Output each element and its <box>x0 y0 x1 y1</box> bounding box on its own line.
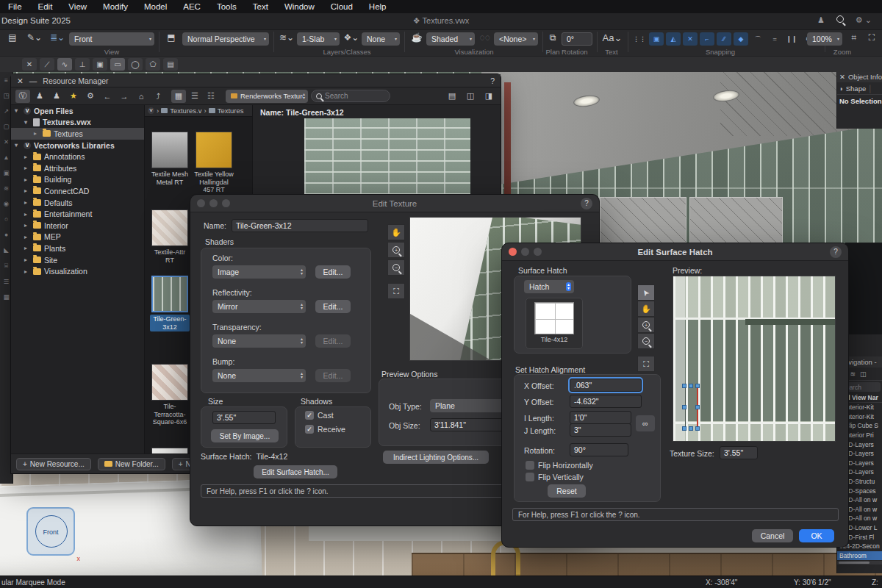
user-files-icon[interactable]: ♟ <box>49 90 64 103</box>
shader-edit-button[interactable]: Edit... <box>315 265 351 279</box>
horizontal-scrollbar[interactable] <box>837 561 882 564</box>
search-input[interactable]: Search <box>311 90 390 102</box>
alignment-handle[interactable] <box>689 384 693 388</box>
object-info-header[interactable]: ✕ Object Info - <box>837 71 882 82</box>
tool-icon[interactable]: ● <box>4 231 8 238</box>
edit-surface-hatch-title-bar[interactable]: Edit Surface Hatch ? <box>502 243 848 261</box>
reset-button[interactable]: Reset <box>548 484 586 498</box>
split-pane-icon[interactable]: ◫ <box>463 90 478 103</box>
help-icon[interactable]: ? <box>490 76 495 85</box>
list-view-icon[interactable]: ☰ <box>187 90 202 103</box>
fit-preview-icon[interactable]: ⛶ <box>637 356 655 372</box>
texture-size-field[interactable]: 3'.55" <box>212 411 276 424</box>
menu-item[interactable]: Text <box>245 2 276 11</box>
menu-item[interactable]: Help <box>361 2 395 11</box>
back-icon[interactable]: ← <box>100 90 115 103</box>
new-resource-button[interactable]: +New Resource... <box>16 458 91 470</box>
snap-to-angle-icon[interactable]: ◭ <box>666 32 681 46</box>
menu-item[interactable]: Window <box>276 2 323 11</box>
alignment-handle[interactable] <box>695 426 700 431</box>
flip-vertical-checkbox[interactable] <box>526 473 534 481</box>
alignment-handle[interactable] <box>682 384 686 388</box>
favorites-icon[interactable]: ★ <box>66 90 81 103</box>
preview-size-icon[interactable]: ▤ <box>445 90 459 103</box>
fit-page-icon[interactable]: ⛶ <box>864 32 879 43</box>
shader-edit-button[interactable]: Edit... <box>315 369 351 382</box>
menu-item[interactable]: View <box>60 2 95 11</box>
tool-icon[interactable]: ≋ <box>4 184 9 192</box>
rectangular-marquee-tool[interactable]: ▭ <box>110 58 125 71</box>
shader-select[interactable]: None▴ ▾ <box>212 369 306 382</box>
saved-views-tab-icon[interactable]: ◫ <box>860 370 867 378</box>
tab-shape[interactable]: ◗ Shape │ <box>837 82 882 95</box>
lasso-marquee-tool[interactable]: ◯ <box>128 58 143 71</box>
projection-icon[interactable]: ⬒ <box>163 32 179 43</box>
new-folder-button[interactable]: New Folder... <box>98 458 165 470</box>
zoom-out-tool-icon[interactable]: − <box>387 259 405 276</box>
shader-select[interactable]: Image▴ ▾ <box>212 265 306 279</box>
constraint-off-tool[interactable]: ✕ <box>22 58 37 71</box>
menu-item[interactable]: Tools <box>209 2 245 11</box>
view-select[interactable]: Front▾ <box>69 32 154 46</box>
render-class-select[interactable]: <None>▾ <box>494 32 538 46</box>
resource-thumbnail[interactable]: Textile Mesh Metal RT <box>150 132 190 186</box>
tree-item[interactable]: ▾Textures.vwx <box>11 117 144 129</box>
zoom-in-tool-icon[interactable]: + <box>387 242 405 258</box>
edit-surface-hatch-button[interactable]: Edit Surface Hatch... <box>254 465 337 478</box>
tree-item[interactable]: ▸ConnectCAD <box>11 185 144 197</box>
tool-icon[interactable]: ▣ <box>3 169 9 176</box>
shader-edit-button[interactable]: Edit... <box>315 300 351 313</box>
tree-item[interactable]: ▸Entertainment <box>11 208 144 220</box>
library-select[interactable]: Renderworks Textures▴ ▾ <box>226 90 308 103</box>
working-plane-tool[interactable]: ⊥ <box>75 58 90 71</box>
tool-sets-icon[interactable]: ▤ <box>4 32 21 43</box>
close-icon[interactable]: ✕ <box>17 76 24 85</box>
forward-icon[interactable]: → <box>117 90 132 103</box>
search-icon[interactable] <box>836 15 844 25</box>
hatch-thumbnail[interactable]: Tile-4x12 <box>526 298 583 349</box>
j-length-field[interactable]: 3" <box>570 423 631 437</box>
menu-item[interactable]: AEC <box>175 2 209 11</box>
zoom-select[interactable]: 100%▾ <box>807 32 842 46</box>
indirect-lighting-button[interactable]: Indirect Lighting Options... <box>383 451 489 464</box>
ok-button[interactable]: OK <box>799 529 834 542</box>
settings-gear-icon[interactable]: ⚙ ⌄ <box>856 15 872 25</box>
constraint-line-tool[interactable]: ⟋ <box>40 58 54 71</box>
user-icon[interactable]: ♟ <box>817 15 825 25</box>
tool-icon[interactable]: ▲ <box>3 154 9 161</box>
folder-up-icon[interactable]: ⤴ <box>151 90 165 103</box>
tree-item[interactable]: ▸Interior <box>11 220 144 232</box>
breadcrumb[interactable]: V › Textures.v› Textures <box>145 105 252 117</box>
tree-item[interactable]: ▸Defaults <box>11 197 144 209</box>
zoom-in-tool-icon[interactable]: + <box>637 317 655 333</box>
rm-settings-icon[interactable]: ⚙ <box>83 90 98 103</box>
pointer-tool-icon[interactable]: ➤ <box>637 284 655 301</box>
polygon-marquee-tool[interactable]: ⬠ <box>146 58 160 71</box>
shader-select[interactable]: Mirror▴ ▾ <box>212 300 306 313</box>
cast-checkbox[interactable]: ✓ <box>305 411 314 420</box>
hatch-preview[interactable] <box>673 276 836 442</box>
shader-edit-button[interactable]: Edit... <box>315 334 351 348</box>
link-lengths-icon[interactable]: ∞ <box>636 415 655 431</box>
resource-thumbnail[interactable]: Textile Yellow Hallingdal 457 RT <box>194 132 234 194</box>
minimize-icon[interactable]: — <box>29 76 37 85</box>
grid-view-icon[interactable]: ▦ <box>171 90 186 103</box>
tool-icon[interactable]: ⌸ <box>4 262 8 270</box>
x-offset-field[interactable]: .063" <box>570 379 642 392</box>
tree-item[interactable]: ▸Annotations <box>11 151 144 162</box>
rotation-field[interactable]: 90° <box>570 443 628 456</box>
tree-item[interactable]: ▾Open Files <box>11 105 144 117</box>
tree-item[interactable]: ▸MEP <box>11 232 144 243</box>
texture-size-field[interactable]: 3'.55" <box>720 446 758 459</box>
fit-objects-icon[interactable]: ⌗ <box>847 32 861 43</box>
resource-thumbnail[interactable]: Textile-Attr RT <box>150 209 190 264</box>
render-mode-select[interactable]: Shaded▾ <box>426 32 475 46</box>
tree-item[interactable]: ▸Plants <box>11 243 144 254</box>
pan-tool-icon[interactable]: ✋ <box>637 301 655 317</box>
alignment-handle[interactable] <box>695 405 700 409</box>
render-mode-icon[interactable]: ☕ <box>409 32 425 43</box>
projection-select[interactable]: Normal Perspective▾ <box>182 32 269 46</box>
home-icon[interactable]: ⌂ <box>134 90 148 103</box>
shared-files-icon[interactable]: ♟ <box>32 90 47 103</box>
saved-views-icon[interactable]: ≣⌄ <box>49 32 66 43</box>
